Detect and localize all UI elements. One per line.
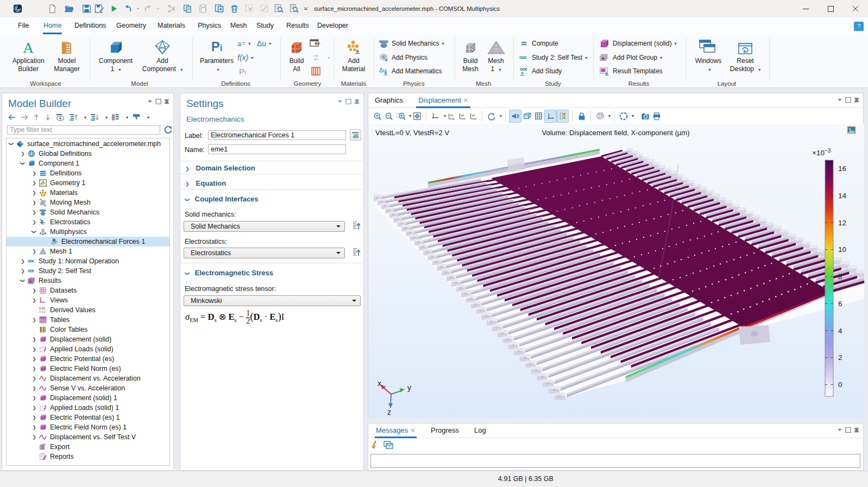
svg-text:6: 6 [838,300,842,308]
svg-text:xz: xz [471,113,475,117]
svg-text:8: 8 [838,273,842,281]
svg-text:0: 0 [838,381,842,389]
svg-text:16: 16 [838,165,846,173]
svg-text:12: 12 [838,219,846,227]
svg-text:yz: yz [461,113,464,117]
svg-text:z: z [387,408,391,416]
svg-text:4: 4 [838,327,842,335]
svg-text:xy: xy [450,113,454,117]
svg-text:x: x [378,379,381,388]
svg-text:e-12: e-12 [39,310,45,313]
svg-text:y: y [407,383,411,392]
svg-text:2: 2 [838,353,842,362]
svg-text:10: 10 [838,245,846,254]
svg-text:8.85: 8.85 [39,307,45,310]
svg-text:14: 14 [838,192,847,200]
